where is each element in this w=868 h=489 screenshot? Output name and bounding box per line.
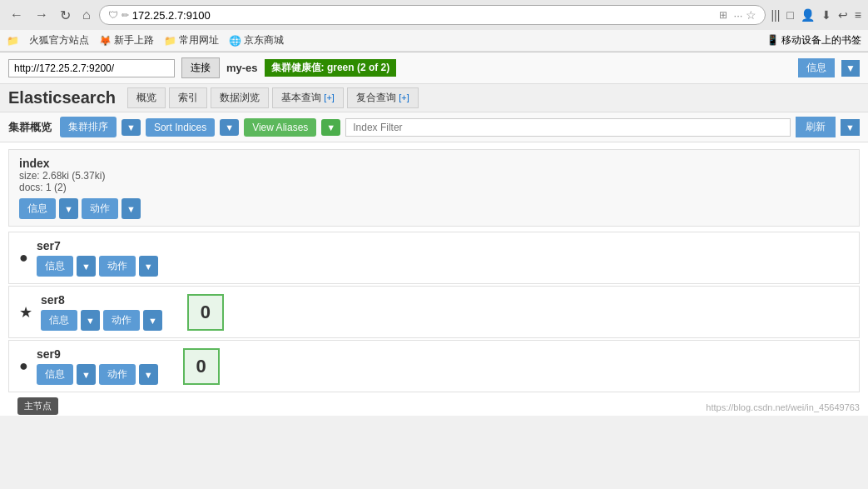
node-action-button[interactable]: 动作 (99, 256, 136, 277)
mobile-icon: 📱 (766, 34, 779, 46)
firefox-icon: 🦊 (99, 35, 112, 47)
node-action-arrow-button[interactable]: ▼ (143, 310, 162, 331)
node-info: ser9 信息 ▼ 动作 ▼ (37, 347, 158, 385)
shard-box: 0 (183, 348, 220, 385)
node-btn-group: 信息 ▼ 动作 ▼ (37, 364, 158, 385)
node-btn-group: 信息 ▼ 动作 ▼ (41, 310, 162, 331)
mobile-bookmarks: 📱 移动设备上的书签 (766, 33, 861, 47)
index-name: index (19, 157, 141, 170)
node-info-arrow-button[interactable]: ▼ (77, 256, 96, 277)
tab-complex-query[interactable]: 复合查询 [+] (347, 87, 419, 108)
cluster-overview-label: 集群概览 (8, 120, 52, 135)
bookmark-common[interactable]: 📁 常用网址 (164, 33, 219, 47)
node-info-button[interactable]: 信息 (37, 256, 73, 277)
view-aliases-arrow-button[interactable]: ▼ (321, 119, 340, 136)
node-action-button[interactable]: 动作 (103, 310, 140, 331)
download-icon[interactable]: ⬇ (821, 8, 831, 22)
index-filter-input[interactable] (345, 118, 791, 137)
footer-link: https://blog.csdn.net/wei/in_45649763 (706, 402, 860, 412)
node-name: ser7 (37, 239, 158, 252)
star-icon: ☆ (746, 8, 756, 22)
node-info: ser7 信息 ▼ 动作 ▼ (37, 239, 158, 277)
tab-overview[interactable]: 概览 (127, 87, 166, 108)
node-star-icon: ★ (19, 303, 32, 322)
bookmark-folder-icon: 📁 (7, 35, 19, 47)
node-circle-icon: ● (19, 357, 28, 375)
node-row: 主节点 ● ser9 信息 ▼ 动作 ▼ 0 (8, 340, 860, 392)
library-icon[interactable]: ||| (771, 8, 780, 22)
index-info-arrow-button[interactable]: ▼ (59, 198, 78, 219)
bookmark-jd[interactable]: 🌐 京东商城 (229, 33, 284, 47)
node-name: ser9 (37, 347, 158, 361)
browser-chrome: ← → ↻ ⌂ 🛡 ✏ ⊞ ··· ☆ ||| □ 👤 ⬇ ↩ ≡ 📁 火狐官方… (0, 0, 868, 52)
sort-cluster-arrow-button[interactable]: ▼ (122, 119, 141, 136)
account-icon[interactable]: 👤 (801, 8, 815, 22)
node-name: ser8 (41, 293, 162, 307)
shard-box: 0 (187, 294, 224, 331)
index-actions: 信息 ▼ 动作 ▼ (19, 198, 141, 219)
bookmark-newuser[interactable]: 🦊 新手上路 (99, 33, 154, 47)
sort-indices-arrow-button[interactable]: ▼ (220, 119, 239, 136)
info-arrow-button[interactable]: ▼ (841, 60, 860, 77)
node-btn-group: 信息 ▼ 动作 ▼ (37, 256, 158, 277)
globe-icon: 🌐 (229, 35, 241, 47)
refresh-arrow-button[interactable]: ▼ (841, 119, 860, 136)
menu-icon[interactable]: ≡ (855, 8, 861, 22)
shield-icon: 🛡 (108, 9, 118, 21)
tab-index[interactable]: 索引 (169, 87, 207, 108)
connection-bar: 连接 my-es 集群健康值: green (2 of 2) 信息 ▼ (0, 52, 868, 84)
node-circle-icon: ● (19, 249, 28, 267)
node-info-button[interactable]: 信息 (41, 310, 77, 331)
tooltip: 主节点 (17, 397, 58, 415)
view-aliases-button[interactable]: View Aliases (244, 118, 316, 137)
address-input[interactable] (132, 9, 716, 22)
sort-cluster-button[interactable]: 集群排序 (60, 117, 117, 137)
app-title: Elasticsearch (8, 88, 116, 107)
node-info-button[interactable]: 信息 (37, 364, 73, 385)
tab-basic-query[interactable]: 基本查询 [+] (272, 87, 344, 108)
node-row: ★ ser8 信息 ▼ 动作 ▼ 0 (8, 286, 860, 338)
bookmark-foxsite[interactable]: 火狐官方站点 (29, 33, 89, 47)
node-info: ser8 信息 ▼ 动作 ▼ (41, 293, 162, 331)
folder-icon: 📁 (164, 35, 176, 47)
cluster-name: my-es (226, 62, 258, 74)
index-docs: docs: 1 (2) (19, 182, 141, 193)
footer: https://blog.csdn.net/wei/in_45649763 (0, 399, 868, 416)
index-info-button[interactable]: 信息 (19, 198, 56, 219)
refresh-button[interactable]: 刷新 (796, 117, 836, 137)
index-action-arrow-button[interactable]: ▼ (122, 198, 141, 219)
node-info-arrow-button[interactable]: ▼ (81, 310, 100, 331)
reload-button[interactable]: ↻ (57, 6, 74, 25)
index-size: size: 2.68ki (5.37ki) (19, 170, 141, 182)
more-icon: ··· (734, 9, 743, 22)
browser-nav-icons: ||| □ 👤 ⬇ ↩ ≡ (771, 8, 861, 22)
nav-bar: ← → ↻ ⌂ 🛡 ✏ ⊞ ··· ☆ ||| □ 👤 ⬇ ↩ ≡ (0, 0, 868, 30)
main-nav: Elasticsearch 概览 索引 数据浏览 基本查询 [+] 复合查询 [… (0, 84, 868, 112)
undo-icon[interactable]: ↩ (838, 8, 848, 22)
forward-button[interactable]: → (32, 6, 52, 24)
index-action-button[interactable]: 动作 (82, 198, 118, 219)
back-button[interactable]: ← (7, 6, 27, 24)
sort-indices-button[interactable]: Sort Indices (146, 118, 215, 137)
nodes-container: ● ser7 信息 ▼ 动作 ▼ ★ ser8 信息 ▼ 动作 ▼ (0, 227, 868, 399)
bookmarks-bar: 📁 火狐官方站点 🦊 新手上路 📁 常用网址 🌐 京东商城 📱 移动设备上的书签 (0, 30, 868, 52)
info-button[interactable]: 信息 (798, 58, 835, 77)
app-container: 连接 my-es 集群健康值: green (2 of 2) 信息 ▼ Elas… (0, 52, 868, 416)
health-badge: 集群健康值: green (2 of 2) (265, 59, 397, 77)
connect-button[interactable]: 连接 (181, 57, 220, 78)
index-info: index size: 2.68ki (5.37ki) docs: 1 (2) … (19, 157, 141, 219)
tab-data-browse[interactable]: 数据浏览 (211, 87, 269, 108)
node-action-arrow-button[interactable]: ▼ (139, 256, 158, 277)
node-action-arrow-button[interactable]: ▼ (139, 364, 158, 385)
home-button[interactable]: ⌂ (79, 6, 94, 24)
node-info-arrow-button[interactable]: ▼ (77, 364, 96, 385)
basic-query-plus: [+] (324, 92, 335, 102)
toolbar: 集群概览 集群排序 ▼ Sort Indices ▼ View Aliases … (0, 112, 868, 142)
url-input[interactable] (8, 59, 175, 77)
edit-icon: ✏ (122, 10, 129, 21)
index-panel: index size: 2.68ki (5.37ki) docs: 1 (2) … (8, 149, 860, 227)
address-bar-container: 🛡 ✏ ⊞ ··· ☆ (99, 5, 766, 25)
tab-icon[interactable]: □ (786, 8, 793, 22)
node-action-button[interactable]: 动作 (99, 364, 136, 385)
node-row: ● ser7 信息 ▼ 动作 ▼ (8, 232, 860, 284)
